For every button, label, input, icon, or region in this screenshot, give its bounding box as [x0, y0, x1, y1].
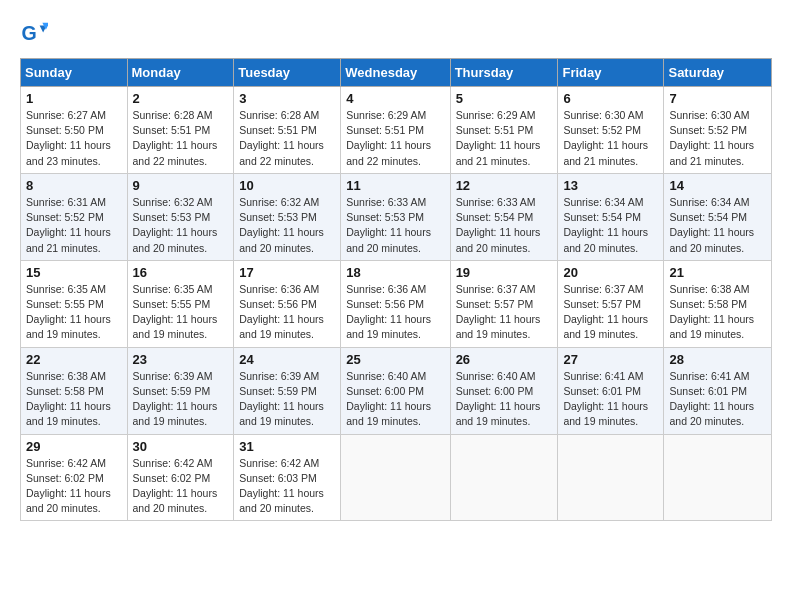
calendar-cell: 9Sunrise: 6:32 AMSunset: 5:53 PMDaylight…	[127, 173, 234, 260]
calendar-cell: 8Sunrise: 6:31 AMSunset: 5:52 PMDaylight…	[21, 173, 128, 260]
calendar-table: SundayMondayTuesdayWednesdayThursdayFrid…	[20, 58, 772, 521]
day-of-week-header: Sunday	[21, 59, 128, 87]
header: G	[20, 15, 772, 48]
calendar-week-row: 22Sunrise: 6:38 AMSunset: 5:58 PMDayligh…	[21, 347, 772, 434]
day-number: 18	[346, 265, 444, 280]
calendar-cell: 14Sunrise: 6:34 AMSunset: 5:54 PMDayligh…	[664, 173, 772, 260]
calendar-week-row: 8Sunrise: 6:31 AMSunset: 5:52 PMDaylight…	[21, 173, 772, 260]
day-info: Sunrise: 6:41 AMSunset: 6:01 PMDaylight:…	[563, 369, 658, 430]
logo: G	[20, 20, 50, 48]
day-info: Sunrise: 6:34 AMSunset: 5:54 PMDaylight:…	[669, 195, 766, 256]
calendar-cell: 7Sunrise: 6:30 AMSunset: 5:52 PMDaylight…	[664, 87, 772, 174]
day-info: Sunrise: 6:33 AMSunset: 5:54 PMDaylight:…	[456, 195, 553, 256]
calendar-cell: 29Sunrise: 6:42 AMSunset: 6:02 PMDayligh…	[21, 434, 128, 521]
calendar-cell: 3Sunrise: 6:28 AMSunset: 5:51 PMDaylight…	[234, 87, 341, 174]
day-info: Sunrise: 6:32 AMSunset: 5:53 PMDaylight:…	[239, 195, 335, 256]
day-number: 24	[239, 352, 335, 367]
calendar-cell: 19Sunrise: 6:37 AMSunset: 5:57 PMDayligh…	[450, 260, 558, 347]
day-number: 15	[26, 265, 122, 280]
day-number: 11	[346, 178, 444, 193]
day-info: Sunrise: 6:29 AMSunset: 5:51 PMDaylight:…	[346, 108, 444, 169]
day-info: Sunrise: 6:35 AMSunset: 5:55 PMDaylight:…	[26, 282, 122, 343]
calendar-cell: 25Sunrise: 6:40 AMSunset: 6:00 PMDayligh…	[341, 347, 450, 434]
calendar-week-row: 29Sunrise: 6:42 AMSunset: 6:02 PMDayligh…	[21, 434, 772, 521]
calendar-cell: 11Sunrise: 6:33 AMSunset: 5:53 PMDayligh…	[341, 173, 450, 260]
day-number: 1	[26, 91, 122, 106]
calendar-cell: 15Sunrise: 6:35 AMSunset: 5:55 PMDayligh…	[21, 260, 128, 347]
day-info: Sunrise: 6:38 AMSunset: 5:58 PMDaylight:…	[669, 282, 766, 343]
calendar-cell: 30Sunrise: 6:42 AMSunset: 6:02 PMDayligh…	[127, 434, 234, 521]
calendar-cell: 16Sunrise: 6:35 AMSunset: 5:55 PMDayligh…	[127, 260, 234, 347]
day-info: Sunrise: 6:39 AMSunset: 5:59 PMDaylight:…	[239, 369, 335, 430]
day-number: 25	[346, 352, 444, 367]
calendar-cell	[341, 434, 450, 521]
day-number: 23	[133, 352, 229, 367]
day-info: Sunrise: 6:27 AMSunset: 5:50 PMDaylight:…	[26, 108, 122, 169]
calendar-cell	[558, 434, 664, 521]
calendar-cell: 5Sunrise: 6:29 AMSunset: 5:51 PMDaylight…	[450, 87, 558, 174]
calendar-cell: 2Sunrise: 6:28 AMSunset: 5:51 PMDaylight…	[127, 87, 234, 174]
day-info: Sunrise: 6:33 AMSunset: 5:53 PMDaylight:…	[346, 195, 444, 256]
day-number: 2	[133, 91, 229, 106]
day-info: Sunrise: 6:35 AMSunset: 5:55 PMDaylight:…	[133, 282, 229, 343]
day-number: 13	[563, 178, 658, 193]
day-info: Sunrise: 6:30 AMSunset: 5:52 PMDaylight:…	[669, 108, 766, 169]
calendar-cell: 13Sunrise: 6:34 AMSunset: 5:54 PMDayligh…	[558, 173, 664, 260]
day-number: 26	[456, 352, 553, 367]
logo-icon: G	[20, 20, 48, 48]
day-number: 4	[346, 91, 444, 106]
calendar-cell: 18Sunrise: 6:36 AMSunset: 5:56 PMDayligh…	[341, 260, 450, 347]
day-info: Sunrise: 6:28 AMSunset: 5:51 PMDaylight:…	[239, 108, 335, 169]
day-info: Sunrise: 6:39 AMSunset: 5:59 PMDaylight:…	[133, 369, 229, 430]
day-info: Sunrise: 6:40 AMSunset: 6:00 PMDaylight:…	[456, 369, 553, 430]
calendar-cell: 26Sunrise: 6:40 AMSunset: 6:00 PMDayligh…	[450, 347, 558, 434]
day-info: Sunrise: 6:31 AMSunset: 5:52 PMDaylight:…	[26, 195, 122, 256]
day-number: 9	[133, 178, 229, 193]
calendar-body: 1Sunrise: 6:27 AMSunset: 5:50 PMDaylight…	[21, 87, 772, 521]
day-of-week-header: Wednesday	[341, 59, 450, 87]
day-info: Sunrise: 6:42 AMSunset: 6:02 PMDaylight:…	[133, 456, 229, 517]
day-info: Sunrise: 6:28 AMSunset: 5:51 PMDaylight:…	[133, 108, 229, 169]
calendar-week-row: 15Sunrise: 6:35 AMSunset: 5:55 PMDayligh…	[21, 260, 772, 347]
day-of-week-header: Saturday	[664, 59, 772, 87]
calendar-cell: 4Sunrise: 6:29 AMSunset: 5:51 PMDaylight…	[341, 87, 450, 174]
day-number: 3	[239, 91, 335, 106]
day-number: 20	[563, 265, 658, 280]
day-number: 31	[239, 439, 335, 454]
day-info: Sunrise: 6:29 AMSunset: 5:51 PMDaylight:…	[456, 108, 553, 169]
day-number: 29	[26, 439, 122, 454]
day-of-week-header: Friday	[558, 59, 664, 87]
day-info: Sunrise: 6:30 AMSunset: 5:52 PMDaylight:…	[563, 108, 658, 169]
day-info: Sunrise: 6:40 AMSunset: 6:00 PMDaylight:…	[346, 369, 444, 430]
calendar-cell: 21Sunrise: 6:38 AMSunset: 5:58 PMDayligh…	[664, 260, 772, 347]
calendar-cell: 28Sunrise: 6:41 AMSunset: 6:01 PMDayligh…	[664, 347, 772, 434]
day-info: Sunrise: 6:37 AMSunset: 5:57 PMDaylight:…	[456, 282, 553, 343]
calendar-cell	[450, 434, 558, 521]
day-number: 19	[456, 265, 553, 280]
day-number: 14	[669, 178, 766, 193]
day-info: Sunrise: 6:32 AMSunset: 5:53 PMDaylight:…	[133, 195, 229, 256]
day-number: 30	[133, 439, 229, 454]
day-number: 17	[239, 265, 335, 280]
day-number: 7	[669, 91, 766, 106]
day-info: Sunrise: 6:41 AMSunset: 6:01 PMDaylight:…	[669, 369, 766, 430]
day-of-week-header: Tuesday	[234, 59, 341, 87]
svg-text:G: G	[21, 22, 36, 44]
calendar-page: G SundayMondayTuesdayWednesdayThursdayFr…	[0, 0, 792, 612]
calendar-cell: 31Sunrise: 6:42 AMSunset: 6:03 PMDayligh…	[234, 434, 341, 521]
day-number: 16	[133, 265, 229, 280]
calendar-cell: 20Sunrise: 6:37 AMSunset: 5:57 PMDayligh…	[558, 260, 664, 347]
day-info: Sunrise: 6:38 AMSunset: 5:58 PMDaylight:…	[26, 369, 122, 430]
day-number: 27	[563, 352, 658, 367]
day-of-week-header: Thursday	[450, 59, 558, 87]
day-info: Sunrise: 6:34 AMSunset: 5:54 PMDaylight:…	[563, 195, 658, 256]
day-number: 5	[456, 91, 553, 106]
calendar-cell: 17Sunrise: 6:36 AMSunset: 5:56 PMDayligh…	[234, 260, 341, 347]
calendar-header-row: SundayMondayTuesdayWednesdayThursdayFrid…	[21, 59, 772, 87]
calendar-cell: 12Sunrise: 6:33 AMSunset: 5:54 PMDayligh…	[450, 173, 558, 260]
day-info: Sunrise: 6:36 AMSunset: 5:56 PMDaylight:…	[239, 282, 335, 343]
calendar-cell	[664, 434, 772, 521]
calendar-cell: 6Sunrise: 6:30 AMSunset: 5:52 PMDaylight…	[558, 87, 664, 174]
calendar-cell: 23Sunrise: 6:39 AMSunset: 5:59 PMDayligh…	[127, 347, 234, 434]
day-number: 21	[669, 265, 766, 280]
